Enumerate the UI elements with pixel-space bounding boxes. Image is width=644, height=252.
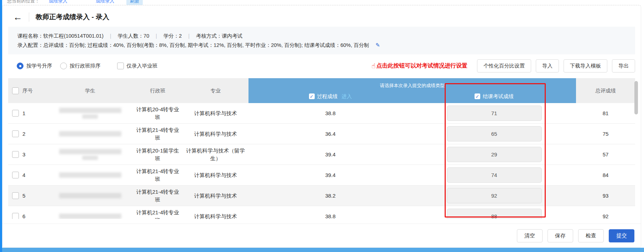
table-row: 6 计算机21-4转专业班 计算机科学与技术 38.8 88 92 [8, 206, 635, 219]
row-checkbox[interactable] [12, 172, 19, 178]
row-index: 5 [22, 190, 47, 202]
course-name-value: 软件工程(100514T001.01) [43, 33, 104, 39]
breadcrumb-prefix: 您当前的位置： [7, 0, 40, 4]
final-exam-label: 结课考试成绩 [483, 93, 514, 100]
checkbox-graduating-only[interactable] [117, 63, 124, 69]
student-name-redacted [59, 149, 121, 160]
download-template-button[interactable]: 下载导入模板 [564, 59, 607, 73]
row-index: 4 [22, 169, 47, 181]
table-row: 5 计算机21-4转专业班 计算机科学与技术 38.2 92 93 [8, 186, 635, 206]
admin-class: 计算机21-4转专业班 [133, 165, 183, 185]
back-arrow-icon[interactable]: ← [13, 12, 22, 22]
left-accent-bar [0, 0, 2, 252]
pointing-hand-icon: ☝ [371, 62, 376, 70]
major: 计算机科学与技术 [183, 169, 248, 181]
import-button[interactable]: 导入 [536, 59, 559, 73]
student-name-redacted [59, 214, 121, 219]
radio-sort-by-class-label[interactable]: 按行政班排序 [70, 63, 101, 69]
final-exam-score-input[interactable]: 88 [447, 209, 542, 219]
total-score: 57 [576, 149, 635, 161]
table-header: 序号 学生 行政班 专业 请选择本次录入提交的成绩类型 ✓ 过程成绩 进入 ✓ … [8, 78, 635, 103]
final-exam-score-input[interactable]: 74 [447, 167, 542, 183]
student-name-redacted [59, 193, 121, 198]
total-score: 93 [576, 190, 635, 202]
student-count-label: 学生人数： [118, 33, 144, 39]
page-title: 教师正考成绩录入 - 录入 [36, 12, 109, 22]
radio-sort-by-class[interactable] [60, 63, 67, 69]
admin-class: 计算机20-1留学生班 [133, 145, 183, 165]
total-score: 75 [576, 128, 635, 140]
major: 计算机科学与技术 [183, 190, 248, 202]
process-score-label: 过程成绩 [317, 93, 338, 100]
total-score: 81 [576, 107, 635, 119]
assessment-label: 考核方式： [196, 33, 222, 39]
course-info-bar: 课程名称：软件工程(100514T001.01) | 学生人数：70 | 学分：… [8, 27, 635, 54]
process-score: 36.4 [248, 128, 412, 140]
row-checkbox[interactable] [12, 110, 19, 117]
annotation-hint: ☝ 点击此按钮可以对考试情况进行设置 [371, 62, 467, 70]
checkbox-graduating-only-label[interactable]: 仅录入毕业班 [127, 63, 158, 69]
credits-label: 学分： [163, 33, 179, 39]
col-header-index: 序号 [22, 78, 47, 103]
custom-percentage-button[interactable]: 个性化百分比设置 [477, 59, 531, 73]
score-type-banner: 请选择本次录入提交的成绩类型 [248, 78, 576, 90]
scrollbar-thumb[interactable] [634, 81, 638, 114]
row-index: 1 [22, 107, 47, 119]
total-score: 92 [576, 210, 635, 219]
col-header-student: 学生 [47, 78, 133, 103]
table-row: 3 计算机20-1留学生班 计算机科学与技术（留学生） 39.4 29 57 [8, 144, 635, 165]
table-body: 1 计算机20-4转专业班 计算机科学与技术 38.8 71 81 2 计算机2… [8, 103, 635, 219]
row-checkbox[interactable] [12, 192, 19, 199]
col-header-process-score: ✓ 过程成绩 进入 [248, 90, 412, 103]
table-row: 4 计算机21-4转专业班 计算机科学与技术 39.4 74 84 [8, 165, 635, 186]
entry-config-value: 总评成绩：百分制; 过程成绩：40%, 百分制(考勤：8%, 百分制, 期中考试… [43, 42, 369, 48]
table-row: 2 计算机21-4转专业班 计算机科学与技术 36.4 65 75 [8, 124, 635, 144]
row-checkbox[interactable] [12, 151, 19, 158]
save-button[interactable]: 保存 [548, 229, 573, 242]
credits-value: 2 [179, 33, 182, 39]
check-button[interactable]: 检查 [578, 229, 604, 242]
course-info-line1: 课程名称：软件工程(100514T001.01) | 学生人数：70 | 学分：… [17, 31, 626, 41]
row-checkbox[interactable] [12, 130, 19, 137]
check-icon: ✓ [310, 94, 314, 99]
edit-pencil-icon[interactable]: ✎ [376, 42, 380, 48]
process-score-checkbox[interactable]: ✓ [309, 93, 315, 99]
breadcrumb-link-2[interactable]: 成绩录入 [96, 0, 114, 4]
final-exam-checkbox[interactable]: ✓ [475, 93, 480, 99]
enter-link[interactable]: 进入 [342, 93, 352, 100]
student-count-value: 70 [143, 33, 149, 39]
radio-sort-by-id[interactable] [17, 63, 23, 69]
major: 计算机科学与技术（留学生） [183, 145, 248, 165]
page-header: ← 教师正考成绩录入 - 录入 [2, 5, 641, 26]
final-exam-score-input[interactable]: 92 [447, 188, 542, 203]
final-exam-score-input[interactable]: 29 [447, 147, 542, 162]
process-score: 39.4 [248, 169, 412, 181]
admin-class: 计算机21-4转专业班 [133, 207, 183, 219]
process-score: 38.2 [248, 190, 412, 202]
clear-button[interactable]: 清空 [517, 229, 543, 242]
controls-row: 按学号升序 按行政班排序 仅录入毕业班 ☝ 点击此按钮可以对考试情况进行设置 个… [2, 54, 641, 76]
row-index: 3 [22, 149, 47, 161]
refresh-chip[interactable]: 刷新 [126, 0, 143, 5]
submit-button[interactable]: 提交 [609, 229, 634, 242]
major: 计算机科学与技术 [183, 107, 248, 119]
col-header-total-score: 总评成绩 [576, 78, 635, 103]
course-name-label: 课程名称： [17, 33, 43, 39]
annotation-hint-text: 点击此按钮可以对考试情况进行设置 [376, 62, 467, 70]
row-index: 6 [22, 210, 47, 219]
header-divider [29, 12, 29, 22]
col-header-final-exam-score: ✓ 结课考试成绩 [412, 90, 576, 103]
final-exam-score-input[interactable]: 65 [447, 126, 542, 141]
row-checkbox[interactable] [12, 213, 19, 219]
export-button[interactable]: 导出 [612, 59, 635, 73]
select-all-checkbox[interactable] [12, 87, 19, 94]
radio-sort-by-id-label[interactable]: 按学号升序 [26, 63, 52, 69]
student-name-redacted [59, 172, 121, 178]
breadcrumb-link-1[interactable]: 成绩录入 [49, 0, 67, 4]
breadcrumb: 您当前的位置： 成绩录入 成绩录入 刷新 [2, 0, 644, 5]
info-separator: | [156, 33, 157, 39]
col-header-class: 行政班 [133, 78, 183, 103]
final-exam-score-input[interactable]: 71 [447, 106, 542, 121]
admin-class: 计算机20-4转专业班 [133, 103, 183, 123]
entry-config-line: 录入配置：总评成绩：百分制; 过程成绩：40%, 百分制(考勤：8%, 百分制,… [17, 41, 626, 50]
